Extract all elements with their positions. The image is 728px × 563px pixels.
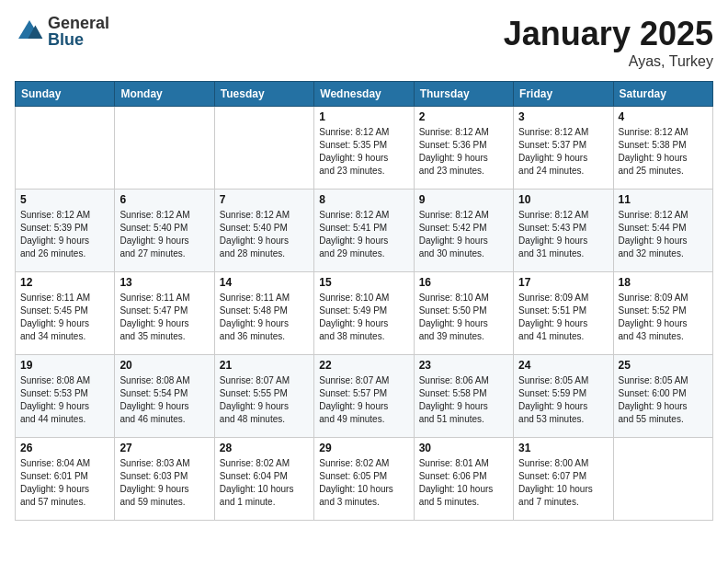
day-number: 7 xyxy=(220,193,309,206)
calendar-cell: 23Sunrise: 8:06 AMSunset: 5:58 PMDayligh… xyxy=(414,355,513,438)
day-info: Sunrise: 8:04 AMSunset: 6:01 PMDaylight:… xyxy=(20,457,109,509)
calendar-cell xyxy=(16,107,115,190)
day-number: 23 xyxy=(419,359,508,372)
day-info: Sunrise: 8:09 AMSunset: 5:51 PMDaylight:… xyxy=(518,292,608,343)
calendar-week-5: 26Sunrise: 8:04 AMSunset: 6:01 PMDayligh… xyxy=(16,438,713,521)
weekday-header-thursday: Thursday xyxy=(414,82,513,107)
weekday-header-wednesday: Wednesday xyxy=(314,82,414,107)
calendar-cell: 20Sunrise: 8:08 AMSunset: 5:54 PMDayligh… xyxy=(115,355,214,438)
day-info: Sunrise: 8:05 AMSunset: 6:00 PMDaylight:… xyxy=(619,374,708,426)
calendar-cell: 17Sunrise: 8:09 AMSunset: 5:51 PMDayligh… xyxy=(514,272,613,355)
day-number: 3 xyxy=(518,110,608,123)
day-info: Sunrise: 8:12 AMSunset: 5:38 PMDaylight:… xyxy=(619,126,708,178)
day-number: 30 xyxy=(419,442,508,454)
calendar-cell: 30Sunrise: 8:01 AMSunset: 6:06 PMDayligh… xyxy=(414,438,513,521)
calendar-cell: 18Sunrise: 8:09 AMSunset: 5:52 PMDayligh… xyxy=(613,272,712,355)
day-info: Sunrise: 8:03 AMSunset: 6:03 PMDaylight:… xyxy=(119,457,209,509)
day-number: 5 xyxy=(20,193,109,206)
day-number: 1 xyxy=(319,110,408,123)
calendar-cell: 7Sunrise: 8:12 AMSunset: 5:40 PMDaylight… xyxy=(214,190,313,272)
logo: General Blue xyxy=(15,15,109,48)
logo-blue: Blue xyxy=(48,31,109,48)
calendar-cell: 11Sunrise: 8:12 AMSunset: 5:44 PMDayligh… xyxy=(613,190,712,272)
day-number: 13 xyxy=(119,276,209,289)
calendar-cell: 14Sunrise: 8:11 AMSunset: 5:48 PMDayligh… xyxy=(214,272,313,355)
calendar-table: SundayMondayTuesdayWednesdayThursdayFrid… xyxy=(15,81,713,521)
day-info: Sunrise: 8:12 AMSunset: 5:44 PMDaylight:… xyxy=(619,209,708,260)
calendar-cell: 31Sunrise: 8:00 AMSunset: 6:07 PMDayligh… xyxy=(514,438,613,521)
calendar-cell xyxy=(115,107,214,190)
calendar-cell: 2Sunrise: 8:12 AMSunset: 5:36 PMDaylight… xyxy=(414,107,513,190)
calendar-cell: 12Sunrise: 8:11 AMSunset: 5:45 PMDayligh… xyxy=(16,272,115,355)
day-number: 2 xyxy=(419,110,508,123)
weekday-header-friday: Friday xyxy=(514,82,613,107)
calendar-week-3: 12Sunrise: 8:11 AMSunset: 5:45 PMDayligh… xyxy=(16,272,713,355)
day-info: Sunrise: 8:12 AMSunset: 5:42 PMDaylight:… xyxy=(419,209,508,260)
day-info: Sunrise: 8:05 AMSunset: 5:59 PMDaylight:… xyxy=(518,374,608,426)
calendar-cell: 25Sunrise: 8:05 AMSunset: 6:00 PMDayligh… xyxy=(613,355,712,438)
day-info: Sunrise: 8:12 AMSunset: 5:40 PMDaylight:… xyxy=(119,209,209,260)
day-number: 27 xyxy=(119,442,209,454)
day-number: 9 xyxy=(419,193,508,206)
calendar-cell: 6Sunrise: 8:12 AMSunset: 5:40 PMDaylight… xyxy=(115,190,214,272)
calendar-week-4: 19Sunrise: 8:08 AMSunset: 5:53 PMDayligh… xyxy=(16,355,713,438)
weekday-header-tuesday: Tuesday xyxy=(214,82,313,107)
day-info: Sunrise: 8:07 AMSunset: 5:57 PMDaylight:… xyxy=(319,374,408,426)
day-number: 12 xyxy=(20,276,109,289)
logo-icon xyxy=(15,17,44,46)
calendar-cell: 21Sunrise: 8:07 AMSunset: 5:55 PMDayligh… xyxy=(214,355,313,438)
day-info: Sunrise: 8:10 AMSunset: 5:49 PMDaylight:… xyxy=(319,292,408,343)
weekday-header-saturday: Saturday xyxy=(613,82,712,107)
day-number: 6 xyxy=(119,193,209,206)
calendar-cell: 10Sunrise: 8:12 AMSunset: 5:43 PMDayligh… xyxy=(514,190,613,272)
calendar-cell: 19Sunrise: 8:08 AMSunset: 5:53 PMDayligh… xyxy=(16,355,115,438)
day-number: 10 xyxy=(518,193,608,206)
day-info: Sunrise: 8:12 AMSunset: 5:37 PMDaylight:… xyxy=(518,126,608,178)
day-info: Sunrise: 8:11 AMSunset: 5:45 PMDaylight:… xyxy=(20,292,109,343)
title-block: January 2025 Ayas, Turkey xyxy=(504,15,713,70)
day-info: Sunrise: 8:08 AMSunset: 5:54 PMDaylight:… xyxy=(119,374,209,426)
calendar-cell: 22Sunrise: 8:07 AMSunset: 5:57 PMDayligh… xyxy=(314,355,414,438)
day-info: Sunrise: 8:09 AMSunset: 5:52 PMDaylight:… xyxy=(619,292,708,343)
weekday-header-monday: Monday xyxy=(115,82,214,107)
day-info: Sunrise: 8:00 AMSunset: 6:07 PMDaylight:… xyxy=(518,457,608,509)
calendar-cell: 3Sunrise: 8:12 AMSunset: 5:37 PMDaylight… xyxy=(514,107,613,190)
location: Ayas, Turkey xyxy=(504,53,713,70)
day-info: Sunrise: 8:07 AMSunset: 5:55 PMDaylight:… xyxy=(220,374,309,426)
day-info: Sunrise: 8:12 AMSunset: 5:35 PMDaylight:… xyxy=(319,126,408,178)
day-info: Sunrise: 8:02 AMSunset: 6:05 PMDaylight:… xyxy=(319,457,408,509)
calendar-cell xyxy=(214,107,313,190)
day-number: 25 xyxy=(619,359,708,372)
calendar-cell: 27Sunrise: 8:03 AMSunset: 6:03 PMDayligh… xyxy=(115,438,214,521)
day-number: 19 xyxy=(20,359,109,372)
weekday-header-sunday: Sunday xyxy=(16,82,115,107)
month-title: January 2025 xyxy=(504,15,713,53)
calendar-cell: 15Sunrise: 8:10 AMSunset: 5:49 PMDayligh… xyxy=(314,272,414,355)
page-header: General Blue January 2025 Ayas, Turkey xyxy=(15,15,713,70)
day-number: 4 xyxy=(619,110,708,123)
day-number: 14 xyxy=(220,276,309,289)
day-info: Sunrise: 8:12 AMSunset: 5:41 PMDaylight:… xyxy=(319,209,408,260)
calendar-cell: 5Sunrise: 8:12 AMSunset: 5:39 PMDaylight… xyxy=(16,190,115,272)
calendar-cell: 8Sunrise: 8:12 AMSunset: 5:41 PMDaylight… xyxy=(314,190,414,272)
day-number: 18 xyxy=(619,276,708,289)
calendar-cell: 4Sunrise: 8:12 AMSunset: 5:38 PMDaylight… xyxy=(613,107,712,190)
day-number: 24 xyxy=(518,359,608,372)
day-number: 15 xyxy=(319,276,408,289)
day-number: 8 xyxy=(319,193,408,206)
calendar-cell: 1Sunrise: 8:12 AMSunset: 5:35 PMDaylight… xyxy=(314,107,414,190)
day-info: Sunrise: 8:01 AMSunset: 6:06 PMDaylight:… xyxy=(419,457,508,509)
day-number: 16 xyxy=(419,276,508,289)
day-info: Sunrise: 8:11 AMSunset: 5:47 PMDaylight:… xyxy=(119,292,209,343)
day-number: 22 xyxy=(319,359,408,372)
day-info: Sunrise: 8:02 AMSunset: 6:04 PMDaylight:… xyxy=(220,457,309,509)
day-number: 11 xyxy=(619,193,708,206)
day-number: 28 xyxy=(220,442,309,454)
day-info: Sunrise: 8:12 AMSunset: 5:43 PMDaylight:… xyxy=(518,209,608,260)
day-info: Sunrise: 8:10 AMSunset: 5:50 PMDaylight:… xyxy=(419,292,508,343)
day-number: 29 xyxy=(319,442,408,454)
day-number: 21 xyxy=(220,359,309,372)
day-info: Sunrise: 8:12 AMSunset: 5:36 PMDaylight:… xyxy=(419,126,508,178)
logo-general: General xyxy=(48,15,109,31)
day-info: Sunrise: 8:08 AMSunset: 5:53 PMDaylight:… xyxy=(20,374,109,426)
